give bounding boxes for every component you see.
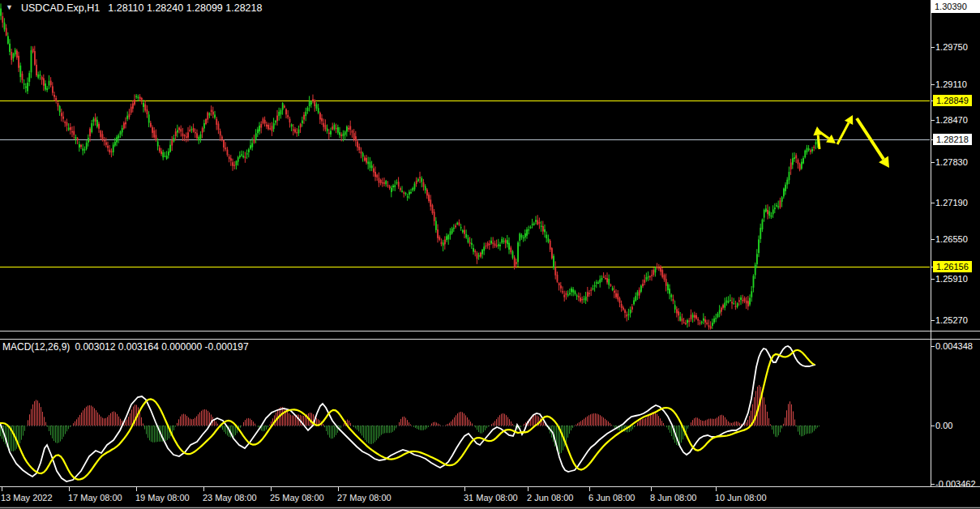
price-axis-label: 1.28849 — [933, 95, 972, 106]
window-frame — [0, 0, 980, 508]
price-axis-label: 1.25270 — [935, 314, 968, 326]
macd-main-line — [0, 346, 815, 481]
macd-signal-line — [0, 350, 815, 480]
time-axis-label: 6 Jun 08:00 — [588, 493, 636, 503]
price-axis-label: 1.27190 — [935, 197, 968, 208]
time-axis-label: 8 Jun 08:00 — [650, 493, 697, 503]
price-axis-label: 1.28470 — [935, 114, 968, 126]
time-axis-label: 13 May 2022 — [1, 493, 53, 503]
forecast-arrows — [813, 115, 889, 168]
candles-group — [0, 3, 818, 331]
price-axis-label: 1.26156 — [933, 261, 972, 272]
macd-histogram — [0, 385, 820, 454]
price-axis-label: 1.29110 — [935, 79, 967, 90]
macd-label: MACD(12,26,9) — [2, 341, 70, 353]
time-axis-label: 10 Jun 08:00 — [715, 493, 767, 503]
macd-axis-label: 0.00 — [935, 420, 952, 431]
symbol-dropdown-icon[interactable]: ▼ — [6, 3, 13, 11]
mt4-chart-window[interactable]: ▼ USDCAD.Exp,H11.28110 1.28240 1.28099 1… — [0, 0, 980, 509]
time-axis-label: 23 May 08:00 — [203, 493, 257, 503]
time-axis-label: 25 May 08:00 — [270, 493, 324, 503]
macd-indicator-title: MACD(12,26,9)0.003012 0.003164 0.000000 … — [2, 341, 249, 353]
chart-canvas[interactable] — [0, 0, 980, 509]
price-axis-label: 1.29750 — [935, 41, 968, 53]
macd-axis-label: 0.004348 — [935, 340, 973, 352]
price-axis-label: 1.27830 — [935, 156, 968, 168]
time-axis-label: 27 May 08:00 — [337, 493, 392, 503]
symbol-label: USDCAD.Exp,H1 — [21, 2, 100, 14]
price-axis-label: 1.28218 — [933, 134, 972, 145]
price-axis-label: 1.30390 — [931, 0, 980, 13]
macd-axis-label: -0.003462 — [935, 478, 976, 490]
time-axis-label: 17 May 08:00 — [68, 493, 122, 503]
macd-values: 0.003012 0.003164 0.000000 -0.000197 — [75, 341, 248, 353]
time-axis-label: 31 May 08:00 — [464, 493, 518, 503]
time-axis-label: 19 May 08:00 — [135, 493, 190, 503]
ohlc-quotes: 1.28110 1.28240 1.28099 1.28218 — [108, 2, 262, 14]
chart-title: USDCAD.Exp,H11.28110 1.28240 1.28099 1.2… — [21, 2, 262, 14]
time-axis-label: 2 Jun 08:00 — [527, 493, 574, 503]
price-axis-label: 1.26550 — [935, 233, 968, 245]
price-axis-label: 1.25910 — [935, 273, 968, 284]
macd-lines — [0, 346, 815, 481]
horizontal-lines — [0, 101, 930, 267]
